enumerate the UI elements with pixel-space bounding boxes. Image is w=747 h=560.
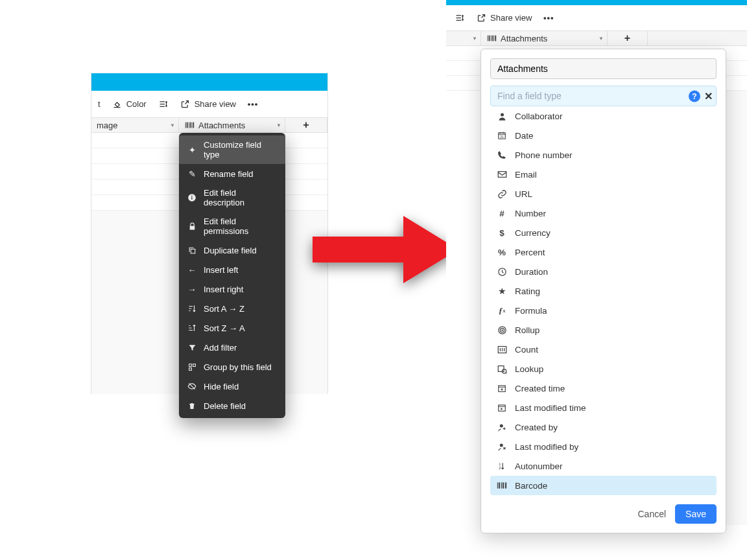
menu-sort-a-z[interactable]: Sort A → Z <box>179 299 285 318</box>
svg-rect-16 <box>498 366 504 371</box>
field-type-label: Rating <box>515 286 540 296</box>
field-type-label: Duration <box>515 267 548 277</box>
menu-group-by-field[interactable]: Group by this field <box>179 357 285 377</box>
svg-rect-2 <box>191 249 195 253</box>
field-type-barcode[interactable]: Barcode <box>490 476 717 495</box>
col-mage-label: mage <box>97 121 118 130</box>
field-type-url[interactable]: URL <box>490 184 717 204</box>
field-type-modified-by[interactable]: Last modified by <box>490 437 717 456</box>
field-type-formula[interactable]: ƒxFormula <box>490 301 717 320</box>
field-type-percent[interactable]: %Percent <box>490 242 717 262</box>
color-button[interactable]: Color <box>112 99 147 110</box>
save-button[interactable]: Save <box>675 504 717 524</box>
field-type-label: Count <box>515 345 538 355</box>
more-icon: ••• <box>543 13 554 23</box>
field-type-label: Date <box>515 131 534 141</box>
chevron-down-icon[interactable]: ▼ <box>599 36 604 41</box>
field-type-number[interactable]: #Number <box>490 204 717 223</box>
person-edit-icon <box>497 441 507 452</box>
svg-point-21 <box>499 443 503 447</box>
cancel-button[interactable]: Cancel <box>637 509 666 519</box>
plus-icon: + <box>622 33 633 43</box>
field-type-rating[interactable]: ★Rating <box>490 281 717 301</box>
column-header-mage[interactable]: mage ▼ <box>91 118 179 132</box>
barcode-icon <box>486 33 497 43</box>
menu-rename-field[interactable]: ✎Rename field <box>179 164 285 183</box>
more-button[interactable]: ••• <box>248 99 258 110</box>
menu-hide-field[interactable]: Hide field <box>179 377 285 396</box>
menu-label: Add filter <box>204 343 237 353</box>
add-column-button[interactable]: + <box>608 31 648 45</box>
field-type-count[interactable]: Count <box>490 340 717 359</box>
field-type-label: Email <box>515 170 537 180</box>
currency-icon: $ <box>497 228 507 238</box>
svg-text:2: 2 <box>499 466 501 470</box>
share-view-button[interactable]: Share view <box>180 99 236 110</box>
svg-marker-6 <box>313 216 458 283</box>
menu-edit-permissions[interactable]: Edit field permissions <box>179 212 285 240</box>
row-height-button[interactable] <box>158 99 169 110</box>
field-type-email[interactable]: Email <box>490 165 717 184</box>
view-toolbar: t Color Share view ••• <box>91 91 327 117</box>
field-type-label: Lookup <box>515 364 543 374</box>
chevron-down-icon[interactable]: ▼ <box>276 122 281 128</box>
help-icon[interactable]: ? <box>689 90 700 102</box>
share-view-label: Share view <box>195 99 236 109</box>
row-height-button[interactable] <box>454 13 464 23</box>
filter-icon <box>187 342 197 353</box>
trash-icon <box>187 401 197 411</box>
pencil-icon: ✎ <box>187 169 197 179</box>
field-type-collaborator[interactable]: Collaborator <box>490 106 717 126</box>
column-header-attachments[interactable]: Attachments ▼ <box>481 31 608 45</box>
column-header-attachments[interactable]: Attachments ▼ <box>179 118 285 132</box>
field-type-date[interactable]: 31Date <box>490 126 717 145</box>
close-icon[interactable]: ✕ <box>704 90 713 102</box>
field-type-modified-time[interactable]: Last modified time <box>490 398 717 417</box>
menu-label: Sort A → Z <box>204 304 244 314</box>
calendar-icon: 31 <box>497 130 507 141</box>
menu-insert-left[interactable]: ←Insert left <box>179 260 285 279</box>
field-type-label: Last modified by <box>515 442 578 452</box>
field-type-autonumber[interactable]: 12Autonumber <box>490 456 717 476</box>
field-type-label: Rollup <box>515 325 540 335</box>
column-header-blank[interactable]: ▼ <box>446 31 481 45</box>
field-type-phone[interactable]: Phone number <box>490 145 717 165</box>
menu-insert-right[interactable]: →Insert right <box>179 279 285 299</box>
autonumber-icon: 12 <box>497 461 507 471</box>
more-button[interactable]: ••• <box>543 13 554 23</box>
chevron-down-icon[interactable]: ▼ <box>472 36 477 41</box>
add-column-button[interactable]: + <box>285 118 327 132</box>
field-type-created-by[interactable]: Created by <box>490 417 717 437</box>
svg-point-7 <box>501 113 504 116</box>
lookup-icon <box>497 364 507 374</box>
menu-sort-z-a[interactable]: Sort Z → A <box>179 318 285 338</box>
field-type-label: Phone number <box>515 150 573 160</box>
percent-icon: % <box>497 247 507 257</box>
share-view-button[interactable]: Share view <box>476 13 532 23</box>
find-field-type-input[interactable] <box>490 86 717 106</box>
field-type-currency[interactable]: $Currency <box>490 223 717 242</box>
rollup-icon <box>497 325 507 335</box>
field-name-input[interactable] <box>490 58 717 79</box>
menu-add-filter[interactable]: Add filter <box>179 338 285 357</box>
field-type-lookup[interactable]: Lookup <box>490 359 717 379</box>
column-header-row: mage ▼ Attachments ▼ + <box>91 117 327 133</box>
eye-slash-icon <box>187 381 197 391</box>
field-type-created-time[interactable]: Created time <box>490 379 717 398</box>
row-height-icon <box>454 13 464 23</box>
field-type-rollup[interactable]: Rollup <box>490 320 717 340</box>
menu-edit-description[interactable]: iEdit field description <box>179 183 285 212</box>
link-icon <box>497 189 507 199</box>
arrow-left-icon: ← <box>187 264 197 275</box>
chevron-down-icon[interactable]: ▼ <box>170 122 175 128</box>
field-type-label: Barcode <box>515 481 547 491</box>
count-icon <box>497 344 507 355</box>
field-type-duration[interactable]: Duration <box>490 262 717 281</box>
menu-duplicate-field[interactable]: Duplicate field <box>179 240 285 260</box>
sort-desc-icon <box>187 323 197 333</box>
menu-customize-field-type[interactable]: ✦Customize field type <box>179 135 285 164</box>
menu-delete-field[interactable]: Delete field <box>179 396 285 415</box>
menu-label: Group by this field <box>204 362 272 372</box>
sort-asc-icon <box>187 303 197 314</box>
calendar-edit-icon <box>497 402 507 413</box>
